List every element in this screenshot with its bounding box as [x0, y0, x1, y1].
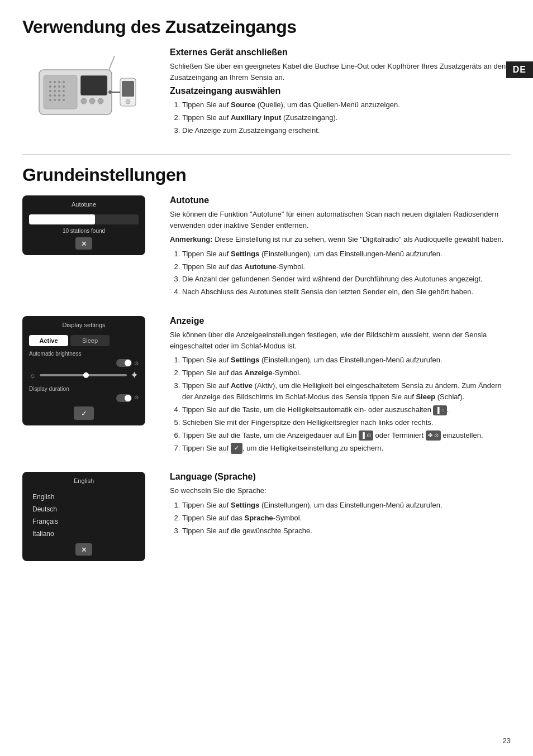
- list-item: Nach Abschluss des Autotunes stellt Sens…: [182, 286, 511, 298]
- brightness-toggle-thumb: [125, 360, 131, 366]
- page-number: 23: [503, 736, 511, 745]
- language-title: Language (Sprache): [170, 472, 511, 482]
- autotune-ui-box: Autotune 10 stations found ✕: [22, 195, 145, 255]
- svg-point-18: [49, 99, 51, 101]
- section1-title: Verwendung des Zusatzeingangs: [22, 17, 511, 37]
- anzeige-title: Anzeige: [170, 316, 511, 326]
- brightness-slider-row: ☼ ✦: [29, 369, 139, 381]
- list-item: Die Anzeige zum Zusatzeingang erscheint.: [182, 125, 511, 137]
- list-item: Tippen Sie auf Source (Quelle), um das Q…: [182, 99, 511, 111]
- svg-point-5: [63, 81, 65, 83]
- svg-point-21: [63, 99, 65, 101]
- list-item: Tippen Sie auf Auxiliary input (Zusatzei…: [182, 112, 511, 124]
- term-toggle-inline: ✤⊙: [426, 430, 441, 441]
- autotune-note: Anmerkung: Diese Einstellung ist nur zu …: [170, 234, 511, 245]
- language-right: Language (Sprache) So wechseln Sie die S…: [170, 472, 511, 568]
- list-item: Tippen Sie auf das Sprache-Symbol.: [182, 513, 511, 524]
- brightness-toggle[interactable]: [116, 359, 132, 367]
- active-tab[interactable]: Active: [29, 335, 68, 346]
- brightness-low-icon: ☼: [29, 371, 36, 380]
- section1-content: Externes Gerät anschließen Schließen Sie…: [22, 47, 511, 141]
- list-item: Tippen Sie auf Active (Aktiv), um die He…: [182, 380, 511, 404]
- device-svg: [22, 47, 145, 137]
- device-illustration: [22, 47, 156, 141]
- svg-rect-1: [44, 75, 77, 109]
- svg-point-14: [49, 94, 51, 97]
- svg-point-23: [81, 98, 87, 104]
- autotune-steps: Tippen Sie auf Settings (Einstellungen),…: [170, 248, 511, 298]
- autotune-ui-title: Autotune: [29, 201, 139, 210]
- language-item-italiano[interactable]: Italiano: [29, 528, 139, 540]
- brightness-high-icon: ✦: [130, 369, 139, 381]
- save-check-inline: ✓: [231, 443, 242, 454]
- check-button[interactable]: ✓: [74, 406, 94, 420]
- svg-point-3: [54, 81, 56, 83]
- svg-point-16: [58, 94, 60, 97]
- language-item-francais[interactable]: Français: [29, 515, 139, 528]
- autotune-close-btn-row: ✕: [29, 237, 139, 250]
- language-steps: Tippen Sie auf Settings (Einstellungen),…: [170, 500, 511, 537]
- svg-point-15: [54, 94, 56, 97]
- duration-toggle[interactable]: [116, 394, 132, 402]
- svg-point-9: [63, 85, 65, 88]
- list-item: Tippen Sie auf Settings (Einstellungen),…: [182, 500, 511, 511]
- language-item-english[interactable]: English: [29, 491, 139, 503]
- toggle-inline-icon: ▐○: [433, 405, 446, 415]
- language-item-deutsch[interactable]: Deutsch: [29, 503, 139, 515]
- brightness-slider-thumb: [83, 372, 89, 378]
- list-item: Tippen Sie auf das Anzeige-Symbol.: [182, 367, 511, 379]
- device-image: [22, 47, 145, 137]
- anzeige-section: Display settings Active Sleep Automatic …: [22, 316, 511, 458]
- autotune-close-icon[interactable]: ✕: [75, 237, 92, 250]
- brightness-slider-wrapper: [40, 374, 127, 376]
- language-left: English English Deutsch Français Italian…: [22, 472, 156, 568]
- subsection1-title: Externes Gerät anschließen: [170, 47, 511, 58]
- svg-point-11: [54, 90, 56, 92]
- subsection1-text: Schließen Sie über ein geeignetes Kabel …: [170, 61, 511, 83]
- svg-point-24: [89, 98, 95, 104]
- autotune-description: Sie können die Funktion "Autotune" für e…: [170, 209, 511, 231]
- list-item: Tippen Sie auf Settings (Einstellungen),…: [182, 355, 511, 366]
- svg-line-26: [109, 56, 115, 70]
- list-item: Tippen Sie auf Settings (Einstellungen),…: [182, 248, 511, 260]
- section-divider: [22, 154, 511, 155]
- page: DE Verwendung des Zusatzeingangs: [0, 0, 533, 756]
- svg-point-4: [58, 81, 60, 83]
- anzeige-ui-title: Display settings: [29, 322, 139, 331]
- language-section: English English Deutsch Français Italian…: [22, 472, 511, 568]
- anzeige-right: Anzeige Sie können über die Anzeigeeinst…: [170, 316, 511, 458]
- autotune-progress-fill: [29, 214, 95, 224]
- brightness-slider-track[interactable]: [40, 374, 127, 376]
- svg-point-10: [49, 90, 51, 92]
- sleep-tab[interactable]: Sleep: [70, 335, 110, 346]
- anzeige-steps: Tippen Sie auf Settings (Einstellungen),…: [170, 355, 511, 454]
- svg-point-6: [49, 85, 51, 88]
- autotune-station-count: 10 stations found: [29, 228, 139, 234]
- list-item: Die Anzahl der gefundenen Sender wird wä…: [182, 274, 511, 285]
- anzeige-ui-box: Display settings Active Sleep Automatic …: [22, 316, 145, 425]
- autotune-title: Autotune: [170, 195, 511, 205]
- language-close-icon[interactable]: ✕: [75, 543, 92, 556]
- duration-toggle-icon: ⊙: [134, 394, 139, 402]
- svg-point-17: [63, 94, 65, 97]
- brightness-toggle-icon: ⊙: [134, 360, 139, 366]
- duration-toggle-thumb: [125, 395, 131, 401]
- language-ui-title: English: [29, 477, 139, 486]
- section2-title: Grundeinstellungen: [22, 165, 511, 185]
- svg-rect-22: [80, 75, 107, 95]
- svg-point-20: [58, 99, 60, 101]
- de-badge: DE: [506, 61, 533, 78]
- check-btn-row: ✓: [29, 406, 139, 420]
- list-item: Tippen Sie auf das Autotune-Symbol.: [182, 261, 511, 273]
- svg-rect-28: [122, 81, 134, 97]
- language-close-btn-row: ✕: [29, 543, 139, 556]
- autotune-right: Autotune Sie können die Funktion "Autotu…: [170, 195, 511, 303]
- list-item: Tippen Sie auf die Taste, um die Helligk…: [182, 404, 511, 416]
- list-item: Tippen Sie auf die Taste, um die Anzeige…: [182, 430, 511, 442]
- autotune-progress-bar: [29, 214, 139, 224]
- svg-point-25: [98, 98, 103, 104]
- svg-point-12: [58, 90, 60, 92]
- list-item: Tippen Sie auf ✓, um die Helligkeitseins…: [182, 443, 511, 454]
- anzeige-left: Display settings Active Sleep Automatic …: [22, 316, 156, 458]
- subsection2-title: Zusatzeingang auswählen: [170, 86, 511, 96]
